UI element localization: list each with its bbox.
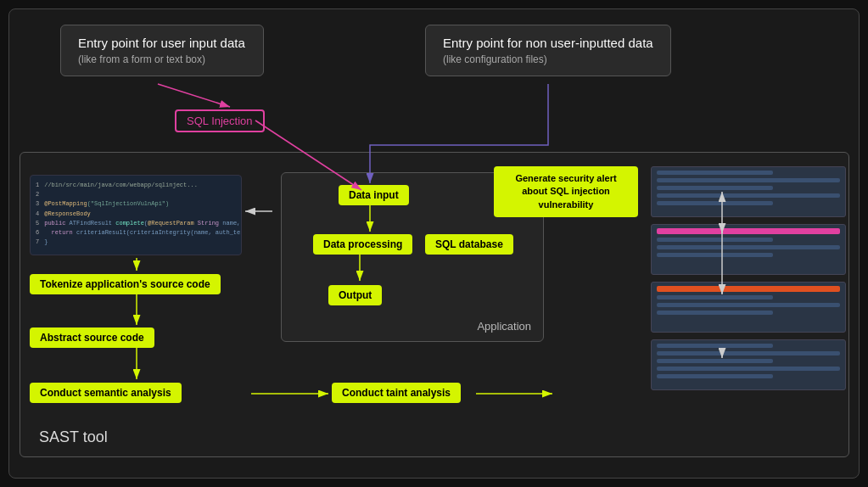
entry-left-title: Entry point for user input data [78, 36, 246, 50]
code-snippet: 1//bin/src/main/java/com/webapp/sqlinjec… [30, 175, 242, 255]
entry-box-right: Entry point for non user-inputted data (… [425, 25, 671, 76]
app-label: Application [477, 320, 531, 333]
sast-label: SAST tool [39, 428, 108, 446]
screenshot-1 [651, 166, 846, 217]
sql-database-box: SQL database [425, 234, 513, 255]
arrow-entry-left-sql [158, 84, 230, 107]
taint-box: Conduct taint analysis [332, 383, 461, 403]
tokenize-box: Tokenize application's source code [30, 274, 221, 294]
entry-right-subtitle: (like configuration files) [443, 53, 653, 65]
sql-injection-label: SQL Injection [175, 109, 265, 132]
output-box: Output [328, 285, 382, 305]
security-alert-box: Generate security alert about SQL inject… [494, 166, 638, 217]
screenshot-2 [651, 224, 846, 275]
entry-box-left: Entry point for user input data (like fr… [60, 25, 264, 76]
abstract-box: Abstract source code [30, 327, 154, 348]
screenshot-3 [651, 282, 846, 333]
semantic-box: Conduct semantic analysis [30, 383, 182, 403]
screenshot-4 [651, 339, 846, 390]
entry-left-subtitle: (like from a form or text box) [78, 53, 246, 65]
data-input-box: Data input [339, 185, 409, 205]
entry-right-title: Entry point for non user-inputted data [443, 36, 653, 50]
data-processing-box: Data processing [313, 234, 412, 255]
diagram-container: Entry point for user input data (like fr… [8, 8, 860, 479]
right-panel [651, 166, 846, 455]
